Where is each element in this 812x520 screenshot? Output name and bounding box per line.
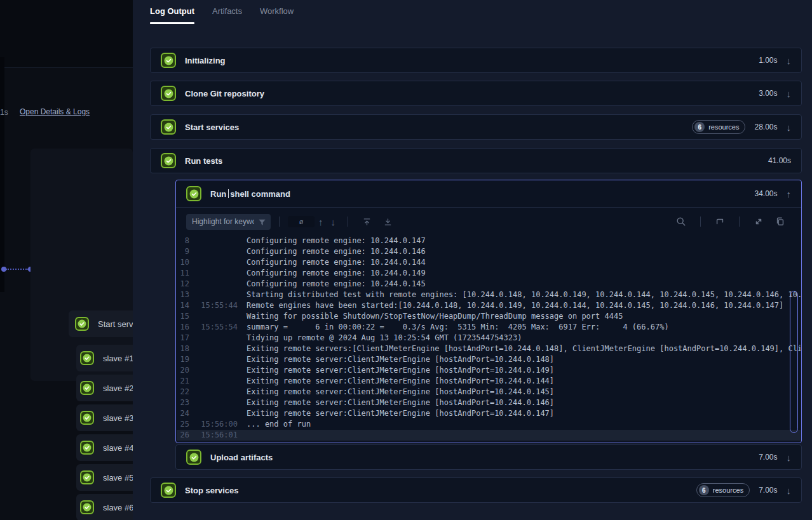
log-line: 8Configuring remote engine: 10.244.0.147 xyxy=(177,236,801,246)
check-success-icon xyxy=(80,500,94,514)
line-timestamp xyxy=(189,236,238,246)
check-success-icon xyxy=(161,483,176,498)
log-line: 1415:55:44Remote engines have been start… xyxy=(177,300,801,311)
line-timestamp: 15:55:54 xyxy=(189,322,238,333)
check-success-icon xyxy=(186,186,201,201)
step-duration: 1.00s xyxy=(759,56,777,65)
line-text: Starting distributed test with remote en… xyxy=(238,290,801,300)
resources-badge: 6 resources xyxy=(692,120,745,134)
line-timestamp xyxy=(189,387,238,397)
line-timestamp: 15:55:44 xyxy=(189,300,238,311)
step-label: Upload artifacts xyxy=(210,453,273,462)
step-duration: 3.00s xyxy=(759,89,777,98)
step-upload-artifacts[interactable]: Upload artifacts 7.00s ↓ xyxy=(175,444,802,470)
check-success-icon xyxy=(161,53,176,68)
copy-log-button[interactable] xyxy=(769,215,791,229)
log-line: 9Configuring remote engine: 10.244.0.146 xyxy=(177,246,801,257)
log-line: 18Exiting remote servers:[ClientJMeterEn… xyxy=(177,343,801,354)
chevron-down-icon[interactable]: ↓ xyxy=(787,453,792,462)
step-duration: 28.00s xyxy=(754,123,777,131)
line-text: Remote engines have been started:[10.244… xyxy=(238,300,801,311)
line-text: Configuring remote engine: 10.244.0.149 xyxy=(238,268,801,279)
line-number: 21 xyxy=(177,376,189,387)
step-stop-services[interactable]: Stop services 6 resources 7.00s ↓ xyxy=(150,477,802,503)
toolbar-divider xyxy=(739,217,740,227)
step-label: Stop services xyxy=(185,486,239,495)
step-clone-git-repository[interactable]: Clone Git repository 3.00s ↓ xyxy=(150,81,802,106)
check-success-icon xyxy=(80,441,94,455)
line-number: 22 xyxy=(177,387,189,397)
tab-artifacts[interactable]: Artifacts xyxy=(212,0,242,25)
log-line: 1615:55:54summary = 6 in 00:00:22 = 0.3/… xyxy=(177,322,801,333)
log-line: 10Configuring remote engine: 10.244.0.14… xyxy=(177,257,801,268)
line-text: Waiting for possible Shutdown/StopTestNo… xyxy=(238,311,801,322)
check-success-icon xyxy=(80,351,94,365)
log-line: 22Exiting remote server:ClientJMeterEngi… xyxy=(177,387,801,397)
line-number: 9 xyxy=(177,246,189,257)
scroll-to-bottom-button[interactable] xyxy=(377,215,398,229)
chevron-up-icon[interactable]: ↑ xyxy=(787,189,792,199)
tab-bar: Log Output Artifacts Workflow xyxy=(150,0,294,25)
step-label: Initializing xyxy=(185,56,226,65)
log-line: 23Exiting remote server:ClientJMeterEngi… xyxy=(177,397,801,408)
check-success-icon xyxy=(161,86,176,101)
line-text: Exiting remote server:ClientJMeterEngine… xyxy=(238,354,801,365)
line-timestamp xyxy=(189,257,238,268)
match-counter: ø xyxy=(288,216,315,227)
step-label: Clone Git repository xyxy=(185,89,264,98)
pipeline-connector-line xyxy=(6,269,29,270)
log-scrollbar-thumb[interactable] xyxy=(790,291,798,433)
log-line: 24Exiting remote server:ClientJMeterEngi… xyxy=(177,408,801,419)
step-run-shell-command-expanded: Runshell command 34.00s ↑ ø ↑ ↓ xyxy=(175,180,802,443)
tab-log-output[interactable]: Log Output xyxy=(150,0,194,25)
log-line: 2515:56:00... end of run xyxy=(177,419,801,430)
line-number: 13 xyxy=(177,290,189,300)
step-initializing[interactable]: Initializing 1.00s ↓ xyxy=(150,48,802,73)
line-timestamp xyxy=(189,290,238,300)
line-text: Configuring remote engine: 10.244.0.147 xyxy=(238,236,801,246)
line-timestamp xyxy=(189,333,238,343)
step-label-post: shell command xyxy=(230,189,290,199)
line-text: summary = 6 in 00:00:22 = 0.3/s Avg: 531… xyxy=(238,322,801,333)
step-run-shell-command-header[interactable]: Runshell command 34.00s ↑ xyxy=(176,180,801,208)
pipeline-node-label: slave #6 xyxy=(103,503,133,512)
tab-workflow[interactable]: Workflow xyxy=(260,0,294,25)
step-start-services[interactable]: Start services 6 resources 28.00s ↓ xyxy=(150,114,802,140)
line-text: Exiting remote server:ClientJMeterEngine… xyxy=(238,397,801,408)
line-text: ... end of run xyxy=(238,419,801,430)
expand-fullscreen-button[interactable] xyxy=(748,215,769,229)
chevron-down-icon[interactable]: ↓ xyxy=(787,89,792,98)
step-label-pre: Run xyxy=(210,189,226,199)
chevron-down-icon[interactable]: ↓ xyxy=(787,123,792,132)
log-line-highlighted: 2615:56:01 xyxy=(177,430,801,441)
chevron-down-icon[interactable]: ↓ xyxy=(787,56,792,65)
chevron-down-icon[interactable]: ↓ xyxy=(787,486,792,495)
search-log-button[interactable] xyxy=(670,215,692,229)
log-line: 13Starting distributed test with remote … xyxy=(177,290,801,300)
log-console[interactable]: 8Configuring remote engine: 10.244.0.147… xyxy=(177,236,801,442)
previous-match-button[interactable]: ↑ xyxy=(315,216,327,228)
log-line: 12Configuring remote engine: 10.244.0.14… xyxy=(177,279,801,290)
line-timestamp xyxy=(189,376,238,387)
step-duration: 34.00s xyxy=(754,189,777,198)
pipeline-block-card: Start services 6 slave #1 slave #2 slave… xyxy=(30,149,133,381)
line-timestamp xyxy=(189,354,238,365)
check-success-icon xyxy=(161,119,176,135)
next-match-button[interactable]: ↓ xyxy=(327,216,340,228)
line-timestamp: 15:56:01 xyxy=(189,430,238,441)
open-details-logs-link[interactable]: Open Details & Logs xyxy=(20,107,90,116)
step-duration: 41.00s xyxy=(768,156,791,165)
step-run-tests[interactable]: Run tests 41.00s xyxy=(150,148,802,173)
line-number: 19 xyxy=(177,354,189,365)
line-number: 17 xyxy=(177,333,189,343)
sidebar-header-area xyxy=(0,0,133,68)
step-duration: 7.00s xyxy=(759,486,777,495)
resources-label: resources xyxy=(708,123,739,131)
check-success-icon xyxy=(75,317,89,331)
offscreen-block-edge xyxy=(0,57,4,292)
line-number: 12 xyxy=(177,279,189,290)
scroll-to-top-button[interactable] xyxy=(356,215,377,229)
check-success-icon xyxy=(186,450,201,465)
line-text xyxy=(238,430,801,441)
line-wrap-button[interactable] xyxy=(709,215,731,229)
